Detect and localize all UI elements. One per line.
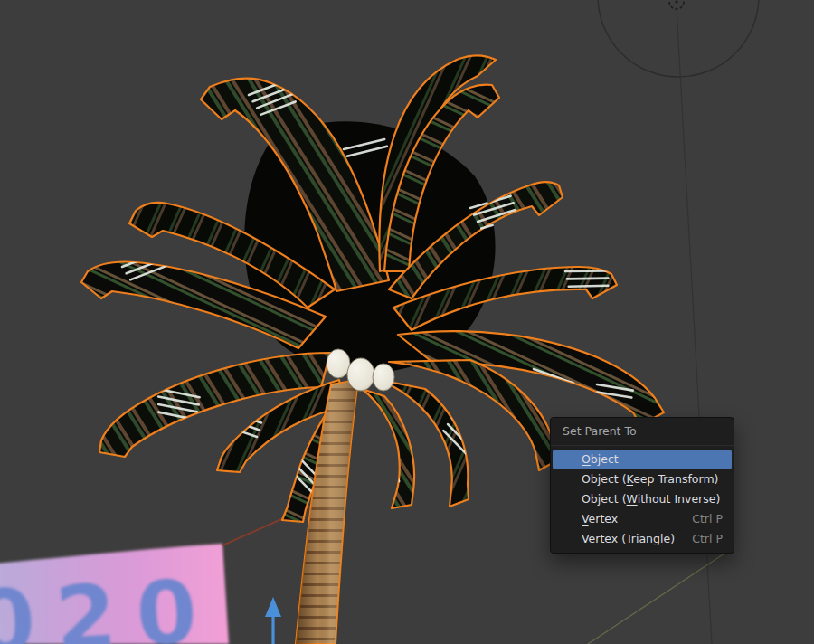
palm-frond bbox=[362, 389, 414, 508]
menu-item-label: Object (Keep Transform) bbox=[582, 469, 718, 489]
shortcut-label: Ctrl P bbox=[692, 509, 723, 529]
menu-item-object-keep-transform[interactable]: Object (Keep Transform) bbox=[553, 469, 732, 489]
menu-item-object-without-inverse[interactable]: Object (Without Inverse) bbox=[553, 489, 732, 509]
banner-text: 020 bbox=[0, 560, 220, 644]
palm-frond bbox=[389, 360, 559, 470]
menu-item-label: Object bbox=[582, 450, 619, 469]
set-parent-context-menu: Set Parent To Object Object (Keep Transf… bbox=[550, 417, 734, 554]
banner-2020[interactable]: 020 bbox=[0, 544, 229, 644]
menu-item-vertex[interactable]: Vertex Ctrl P bbox=[553, 509, 732, 529]
menu-item-vertex-triangle[interactable]: Vertex (Triangle) Ctrl P bbox=[553, 529, 732, 549]
sun-lamp-center-dot bbox=[675, 0, 677, 3]
menu-item-label: Vertex bbox=[582, 509, 618, 529]
menu-item-label: Object (Without Inverse) bbox=[582, 489, 720, 509]
menu-item-label: Vertex (Triangle) bbox=[582, 529, 675, 549]
menu-title: Set Parent To bbox=[551, 418, 734, 446]
z-axis-arrow[interactable] bbox=[265, 597, 281, 644]
blender-window: 020 bbox=[0, 0, 814, 644]
menu-item-object[interactable]: Object bbox=[553, 450, 732, 469]
ground-wire-line bbox=[588, 552, 727, 644]
shortcut-label: Ctrl P bbox=[692, 529, 723, 549]
